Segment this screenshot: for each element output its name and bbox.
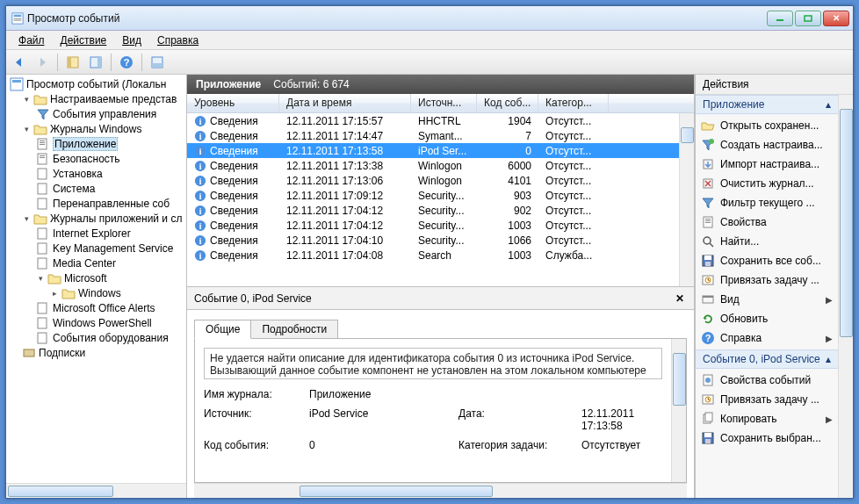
tree-setup-log[interactable]: Установка — [6, 166, 186, 181]
tab-details[interactable]: Подробности — [250, 320, 338, 339]
show-hide-actions-button[interactable] — [86, 53, 105, 72]
action-item[interactable]: Вид▶ — [696, 290, 838, 309]
svg-rect-25 — [38, 198, 47, 209]
event-row[interactable]: iСведения12.11.2011 17:13:38Winlogon6000… — [187, 158, 694, 173]
tab-general[interactable]: Общие — [194, 320, 251, 339]
tree-system-log[interactable]: Система — [6, 181, 186, 196]
expand-icon[interactable]: ▸ — [50, 288, 60, 298]
navigation-tree[interactable]: Просмотр событий (Локальн ▾ Настраиваемы… — [6, 75, 186, 483]
maximize-button[interactable] — [795, 11, 821, 26]
clear-log-icon — [701, 176, 715, 191]
actions-group-event[interactable]: Событие 0, iPod Service ▴ — [696, 349, 838, 369]
tree-admin-events[interactable]: События управления — [6, 106, 186, 121]
event-row[interactable]: iСведения12.11.2011 17:13:58iPod Ser...0… — [187, 143, 694, 158]
detail-vscrollbar[interactable] — [671, 339, 686, 482]
tree-media-center[interactable]: Media Center — [6, 256, 186, 270]
actions-pane: Действия Приложение ▴ Открыть сохранен..… — [695, 75, 853, 498]
collapse-icon[interactable]: ▾ — [36, 273, 46, 283]
back-button[interactable] — [10, 53, 29, 72]
svg-text:i: i — [199, 220, 202, 230]
tree-security-log[interactable]: Безопасность — [6, 151, 186, 166]
event-row[interactable]: iСведения12.11.2011 17:04:08Search1003Сл… — [187, 248, 694, 263]
toolbar-separator — [111, 54, 112, 71]
menu-file[interactable]: Файл — [11, 32, 52, 48]
tree-root[interactable]: Просмотр событий (Локальн — [6, 76, 186, 91]
action-item[interactable]: Привязать задачу ... — [696, 270, 838, 290]
tree-label: События оборудования — [53, 332, 169, 344]
center-pane: Приложение Событий: 6 674 Уровень Дата и… — [187, 75, 695, 498]
actions-group-label: Приложение — [703, 98, 764, 111]
action-item[interactable]: Открыть сохранен... — [696, 116, 838, 135]
action-item[interactable]: Создать настраива... — [696, 135, 838, 155]
save-icon — [701, 254, 715, 268]
cell-category: Отсутст... — [538, 145, 609, 157]
event-row[interactable]: iСведения12.11.2011 17:04:12Security...9… — [187, 203, 694, 218]
tree-ms-windows[interactable]: ▸ Windows — [6, 285, 186, 300]
menu-view[interactable]: Вид — [115, 32, 148, 48]
show-hide-tree-button[interactable] — [63, 53, 83, 72]
action-item[interactable]: Сохранить все соб... — [696, 251, 838, 270]
svg-rect-30 — [38, 318, 47, 328]
tree-hscrollbar[interactable] — [6, 483, 186, 498]
tree-label: Приложение — [53, 137, 118, 151]
svg-rect-17 — [40, 140, 45, 141]
close-detail-button[interactable]: ✕ — [673, 292, 687, 306]
tree-custom-views[interactable]: ▾ Настраиваемые представ — [6, 91, 186, 106]
event-row[interactable]: iСведения12.11.2011 17:04:10Security...1… — [187, 233, 694, 248]
action-item[interactable]: Обновить — [696, 309, 838, 328]
action-item[interactable]: Найти... — [696, 232, 838, 251]
event-row[interactable]: iСведения12.11.2011 17:09:12Security...9… — [187, 188, 694, 203]
action-item[interactable]: Сохранить выбран... — [696, 428, 838, 448]
tree-app-service-logs[interactable]: ▾ Журналы приложений и сл — [6, 211, 186, 226]
col-datetime[interactable]: Дата и время — [279, 94, 411, 112]
action-item[interactable]: Привязать задачу ... — [696, 390, 838, 409]
event-row[interactable]: iСведения12.11.2011 17:15:57HHCTRL1904От… — [187, 113, 694, 128]
tree-application-log[interactable]: Приложение — [6, 136, 186, 151]
menu-action[interactable]: Действие — [54, 32, 114, 48]
col-category[interactable]: Категор... — [538, 94, 609, 112]
event-row[interactable]: iСведения12.11.2011 17:04:12Security...1… — [187, 218, 694, 233]
action-item[interactable]: ?Справка▶ — [696, 328, 838, 348]
action-item[interactable]: Копировать▶ — [696, 409, 838, 428]
tree-office-alerts[interactable]: Microsoft Office Alerts — [6, 300, 186, 315]
detail-tabs: Общие Подробности — [194, 319, 687, 338]
tree-windows-logs[interactable]: ▾ Журналы Windows — [6, 121, 186, 136]
col-eventid[interactable]: Код соб... — [477, 94, 538, 112]
col-level[interactable]: Уровень — [187, 94, 279, 112]
tree-ie[interactable]: Internet Explorer — [6, 226, 186, 241]
action-item[interactable]: Свойства событий — [696, 371, 838, 390]
event-row[interactable]: iСведения12.11.2011 17:13:06Winlogon4101… — [187, 173, 694, 188]
event-row[interactable]: iСведения12.11.2011 17:14:47Symant...7От… — [187, 128, 694, 143]
help-button[interactable]: ? — [117, 53, 136, 72]
action-item[interactable]: Фильтр текущего ... — [696, 193, 838, 212]
detail-hscrollbar[interactable] — [194, 483, 687, 498]
tree-kms[interactable]: Key Management Service — [6, 241, 186, 256]
tree-microsoft[interactable]: ▾ Microsoft — [6, 270, 186, 285]
cell-eventid: 4101 — [477, 175, 538, 187]
cell-source: Security... — [411, 205, 477, 217]
copy-icon — [701, 412, 715, 426]
grid-vscrollbar[interactable] — [679, 113, 694, 286]
action-item[interactable]: Очистить журнал... — [696, 174, 838, 193]
toolbar-separator — [141, 54, 142, 71]
col-source[interactable]: Источн... — [411, 94, 477, 112]
tree-hardware-events[interactable]: События оборудования — [6, 330, 186, 345]
action-item[interactable]: Свойства — [696, 212, 838, 232]
minimize-button[interactable] — [767, 11, 793, 26]
tree-subscriptions[interactable]: Подписки — [6, 345, 186, 360]
tree-forwarded-log[interactable]: Перенаправленные соб — [6, 196, 186, 211]
collapse-icon[interactable]: ▾ — [22, 124, 32, 133]
forward-button[interactable] — [32, 53, 52, 72]
lbl-eventid: Код события: — [204, 439, 309, 451]
menu-help[interactable]: Справка — [150, 32, 206, 48]
actions-group-app[interactable]: Приложение ▴ — [696, 95, 838, 114]
collapse-icon[interactable]: ▾ — [22, 94, 32, 104]
preview-button[interactable] — [148, 53, 167, 72]
cell-eventid: 6000 — [477, 160, 538, 172]
tree-powershell[interactable]: Windows PowerShell — [6, 315, 186, 330]
collapse-icon[interactable]: ▾ — [22, 213, 32, 223]
grid-body[interactable]: iСведения12.11.2011 17:15:57HHCTRL1904От… — [187, 113, 694, 286]
action-item[interactable]: Импорт настраива... — [696, 155, 838, 174]
close-button[interactable]: ✕ — [823, 11, 849, 26]
actions-vscrollbar[interactable] — [838, 95, 853, 498]
